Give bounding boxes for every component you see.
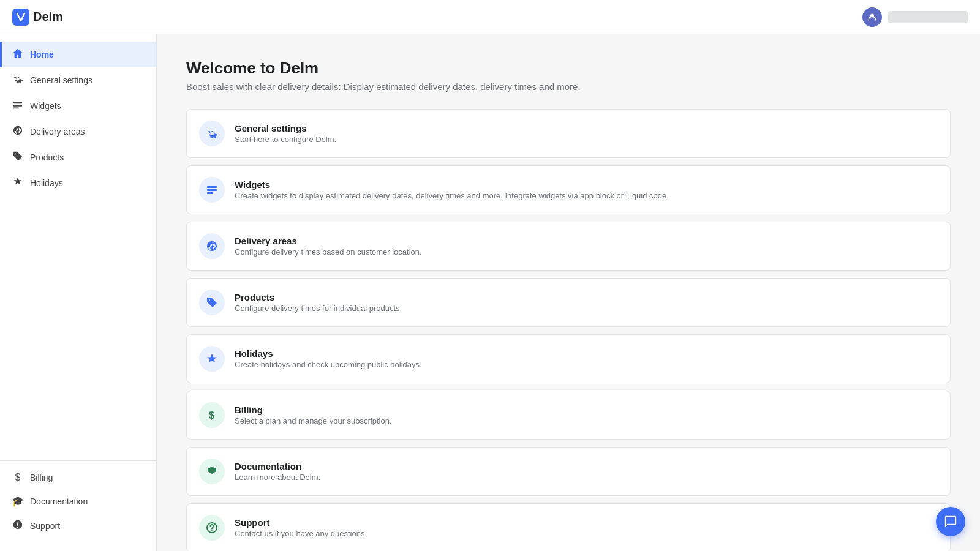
sidebar-label-general-settings: General settings bbox=[30, 75, 92, 85]
card-widgets[interactable]: Widgets Create widgets to display estima… bbox=[186, 165, 951, 214]
sidebar-label-support: Support bbox=[30, 521, 60, 531]
svg-point-10 bbox=[211, 530, 213, 531]
sidebar-item-widgets[interactable]: Widgets bbox=[0, 93, 156, 119]
holidays-icon bbox=[12, 176, 24, 190]
card-desc-products: Configure delivery times for individual … bbox=[235, 304, 938, 313]
sidebar-label-delivery-areas: Delivery areas bbox=[30, 127, 85, 137]
card-billing[interactable]: $ Billing Select a plan and manage your … bbox=[186, 391, 951, 440]
logo-text: Delm bbox=[33, 10, 63, 24]
card-general-settings[interactable]: General settings Start here to configure… bbox=[186, 109, 951, 158]
card-title-holidays: Holidays bbox=[235, 348, 938, 359]
card-text-products: Products Configure delivery times for in… bbox=[235, 292, 938, 313]
sidebar-item-documentation[interactable]: 🎓 Documentation bbox=[0, 489, 156, 513]
svg-rect-3 bbox=[13, 105, 22, 107]
card-icon-widgets bbox=[199, 177, 225, 203]
card-desc-widgets: Create widgets to display estimated deli… bbox=[235, 191, 938, 200]
user-avatar[interactable] bbox=[862, 7, 882, 27]
svg-rect-5 bbox=[207, 186, 217, 188]
sidebar-bottom: $ Billing 🎓 Documentation Support bbox=[0, 466, 156, 544]
sidebar-item-delivery-areas[interactable]: Delivery areas bbox=[0, 119, 156, 144]
widgets-icon bbox=[12, 99, 24, 113]
card-title-support: Support bbox=[235, 517, 938, 528]
sidebar-label-billing: Billing bbox=[30, 473, 53, 482]
card-icon-support bbox=[199, 515, 225, 541]
card-icon-general-settings bbox=[199, 121, 225, 146]
sidebar-label-products: Products bbox=[30, 152, 64, 162]
svg-text:$: $ bbox=[209, 410, 214, 421]
sidebar-top: Home General settings Widgets bbox=[0, 42, 156, 455]
card-desc-billing: Select a plan and manage your subscripti… bbox=[235, 416, 938, 425]
sidebar-item-general-settings[interactable]: General settings bbox=[0, 67, 156, 93]
sidebar-item-support[interactable]: Support bbox=[0, 513, 156, 539]
sidebar-label-widgets: Widgets bbox=[30, 101, 61, 111]
sidebar: Home General settings Widgets bbox=[0, 34, 157, 551]
card-text-documentation: Documentation Learn more about Delm. bbox=[235, 461, 938, 482]
sidebar-item-products[interactable]: Products bbox=[0, 144, 156, 170]
svg-rect-4 bbox=[13, 108, 19, 109]
dollar-icon: $ bbox=[12, 472, 24, 483]
card-desc-holidays: Create holidays and check upcoming publi… bbox=[235, 360, 938, 369]
topbar: Delm bbox=[0, 0, 980, 34]
card-desc-support: Contact us if you have any questions. bbox=[235, 529, 938, 538]
topbar-right bbox=[862, 7, 968, 27]
card-text-general-settings: General settings Start here to configure… bbox=[235, 123, 938, 144]
card-title-general-settings: General settings bbox=[235, 123, 938, 133]
sidebar-item-billing[interactable]: $ Billing bbox=[0, 466, 156, 489]
card-icon-holidays bbox=[199, 346, 225, 372]
sidebar-divider bbox=[0, 460, 156, 461]
card-icon-billing: $ bbox=[199, 402, 225, 428]
sidebar-label-holidays: Holidays bbox=[30, 178, 63, 188]
svg-rect-7 bbox=[207, 192, 213, 194]
card-title-delivery-areas: Delivery areas bbox=[235, 236, 938, 246]
user-icon bbox=[867, 12, 877, 22]
tag-icon bbox=[12, 151, 24, 164]
chat-icon bbox=[944, 515, 957, 528]
card-title-documentation: Documentation bbox=[235, 461, 938, 471]
globe-icon bbox=[12, 125, 24, 138]
home-icon bbox=[12, 48, 24, 61]
logo-icon bbox=[12, 9, 29, 26]
card-title-widgets: Widgets bbox=[235, 179, 938, 190]
page-title: Welcome to Delm bbox=[186, 59, 951, 78]
card-icon-documentation bbox=[199, 459, 225, 484]
card-holidays[interactable]: Holidays Create holidays and check upcom… bbox=[186, 334, 951, 383]
card-documentation[interactable]: Documentation Learn more about Delm. bbox=[186, 447, 951, 496]
page-subtitle: Boost sales with clear delivery details:… bbox=[186, 81, 951, 92]
store-name-placeholder bbox=[888, 11, 968, 23]
card-support[interactable]: Support Contact us if you have any quest… bbox=[186, 503, 951, 551]
sidebar-item-home[interactable]: Home bbox=[0, 42, 156, 67]
svg-rect-6 bbox=[207, 189, 217, 191]
card-title-products: Products bbox=[235, 292, 938, 302]
layout: Home General settings Widgets bbox=[0, 34, 980, 551]
sidebar-label-home: Home bbox=[30, 50, 54, 59]
main-content: Welcome to Delm Boost sales with clear d… bbox=[157, 34, 980, 551]
card-desc-delivery-areas: Configure delivery times based on custom… bbox=[235, 247, 938, 257]
chat-button[interactable] bbox=[936, 507, 965, 536]
svg-rect-0 bbox=[12, 9, 29, 26]
card-text-widgets: Widgets Create widgets to display estima… bbox=[235, 179, 938, 200]
graduation-icon: 🎓 bbox=[12, 495, 24, 507]
card-title-billing: Billing bbox=[235, 405, 938, 415]
svg-rect-2 bbox=[13, 102, 22, 104]
card-text-support: Support Contact us if you have any quest… bbox=[235, 517, 938, 538]
card-text-delivery-areas: Delivery areas Configure delivery times … bbox=[235, 236, 938, 257]
sidebar-item-holidays[interactable]: Holidays bbox=[0, 170, 156, 196]
sidebar-label-documentation: Documentation bbox=[30, 497, 88, 506]
logo[interactable]: Delm bbox=[12, 9, 63, 26]
card-desc-general-settings: Start here to configure Delm. bbox=[235, 135, 938, 144]
card-delivery-areas[interactable]: Delivery areas Configure delivery times … bbox=[186, 222, 951, 271]
card-icon-products bbox=[199, 290, 225, 315]
card-text-holidays: Holidays Create holidays and check upcom… bbox=[235, 348, 938, 369]
card-desc-documentation: Learn more about Delm. bbox=[235, 473, 938, 482]
gear-icon bbox=[12, 73, 24, 87]
card-products[interactable]: Products Configure delivery times for in… bbox=[186, 278, 951, 327]
card-list: General settings Start here to configure… bbox=[186, 109, 951, 551]
card-text-billing: Billing Select a plan and manage your su… bbox=[235, 405, 938, 425]
card-icon-delivery-areas bbox=[199, 233, 225, 259]
support-icon bbox=[12, 519, 24, 533]
